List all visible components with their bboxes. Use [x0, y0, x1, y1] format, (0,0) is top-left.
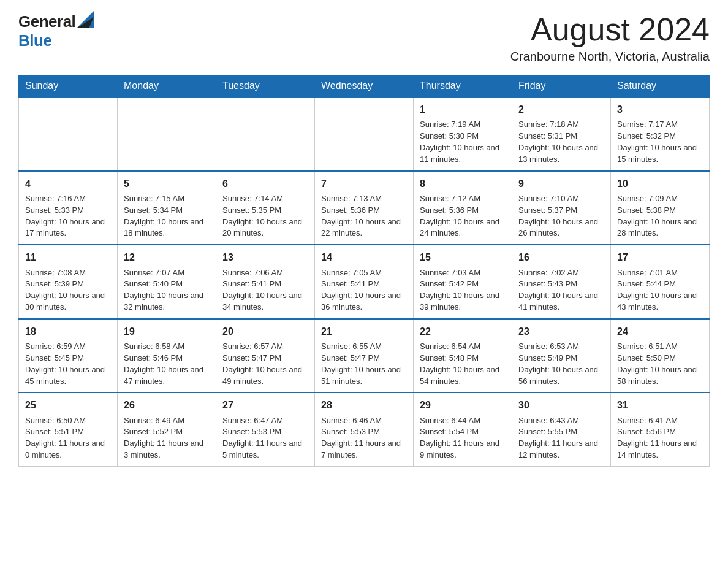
calendar-cell: 24Sunrise: 6:51 AMSunset: 5:50 PMDayligh…	[611, 319, 710, 393]
calendar-cell: 16Sunrise: 7:02 AMSunset: 5:43 PMDayligh…	[512, 245, 611, 319]
calendar-cell: 1Sunrise: 7:19 AMSunset: 5:30 PMDaylight…	[414, 97, 512, 171]
day-number: 6	[222, 177, 308, 191]
calendar-cell: 31Sunrise: 6:41 AMSunset: 5:56 PMDayligh…	[611, 393, 710, 466]
calendar-cell: 21Sunrise: 6:55 AMSunset: 5:47 PMDayligh…	[315, 319, 414, 393]
calendar-cell: 19Sunrise: 6:58 AMSunset: 5:46 PMDayligh…	[118, 319, 216, 393]
day-info: Sunrise: 7:01 AMSunset: 5:44 PMDaylight:…	[617, 267, 703, 313]
day-number: 10	[617, 177, 703, 191]
day-number: 22	[420, 324, 506, 339]
day-number: 15	[420, 250, 506, 264]
day-info: Sunrise: 7:18 AMSunset: 5:31 PMDaylight:…	[518, 119, 604, 165]
week-row-5: 25Sunrise: 6:50 AMSunset: 5:51 PMDayligh…	[19, 393, 710, 466]
day-info: Sunrise: 6:59 AMSunset: 5:45 PMDaylight:…	[25, 341, 111, 387]
calendar-cell: 11Sunrise: 7:08 AMSunset: 5:39 PMDayligh…	[19, 245, 118, 319]
day-number: 4	[25, 177, 111, 191]
logo-blue: Blue	[18, 31, 51, 50]
week-row-4: 18Sunrise: 6:59 AMSunset: 5:45 PMDayligh…	[19, 319, 710, 393]
calendar-cell: 9Sunrise: 7:10 AMSunset: 5:37 PMDaylight…	[512, 171, 611, 245]
calendar-cell: 30Sunrise: 6:43 AMSunset: 5:55 PMDayligh…	[512, 393, 611, 466]
calendar-cell: 22Sunrise: 6:54 AMSunset: 5:48 PMDayligh…	[414, 319, 512, 393]
day-number: 3	[617, 102, 703, 117]
day-number: 1	[420, 102, 506, 117]
calendar-cell: 2Sunrise: 7:18 AMSunset: 5:31 PMDaylight…	[512, 97, 611, 171]
calendar-cell: 20Sunrise: 6:57 AMSunset: 5:47 PMDayligh…	[216, 319, 315, 393]
day-info: Sunrise: 7:02 AMSunset: 5:43 PMDaylight:…	[518, 267, 604, 313]
day-info: Sunrise: 6:55 AMSunset: 5:47 PMDaylight:…	[321, 341, 407, 387]
day-info: Sunrise: 6:54 AMSunset: 5:48 PMDaylight:…	[420, 341, 506, 387]
week-row-1: 1Sunrise: 7:19 AMSunset: 5:30 PMDaylight…	[19, 97, 710, 171]
day-number: 29	[420, 398, 506, 412]
calendar-cell: 14Sunrise: 7:05 AMSunset: 5:41 PMDayligh…	[315, 245, 414, 319]
month-title: August 2024	[510, 12, 710, 47]
calendar-cell: 7Sunrise: 7:13 AMSunset: 5:36 PMDaylight…	[315, 171, 414, 245]
day-number: 21	[321, 324, 407, 339]
title-area: August 2024 Cranbourne North, Victoria, …	[510, 12, 710, 64]
calendar-cell: 4Sunrise: 7:16 AMSunset: 5:33 PMDaylight…	[19, 171, 118, 245]
day-info: Sunrise: 7:13 AMSunset: 5:36 PMDaylight:…	[321, 193, 407, 239]
day-number: 7	[321, 177, 407, 191]
calendar-cell: 29Sunrise: 6:44 AMSunset: 5:54 PMDayligh…	[414, 393, 512, 466]
day-info: Sunrise: 7:15 AMSunset: 5:34 PMDaylight:…	[124, 193, 210, 239]
week-row-2: 4Sunrise: 7:16 AMSunset: 5:33 PMDaylight…	[19, 171, 710, 245]
day-info: Sunrise: 6:43 AMSunset: 5:55 PMDaylight:…	[518, 415, 604, 461]
calendar-cell: 15Sunrise: 7:03 AMSunset: 5:42 PMDayligh…	[414, 245, 512, 319]
day-info: Sunrise: 7:16 AMSunset: 5:33 PMDaylight:…	[25, 193, 111, 239]
calendar-cell	[19, 97, 118, 171]
day-number: 18	[25, 324, 111, 339]
day-number: 11	[25, 250, 111, 264]
calendar-table: SundayMondayTuesdayWednesdayThursdayFrid…	[18, 75, 710, 467]
logo-general: General	[18, 12, 75, 31]
day-info: Sunrise: 7:08 AMSunset: 5:39 PMDaylight:…	[25, 267, 111, 313]
day-info: Sunrise: 7:06 AMSunset: 5:41 PMDaylight:…	[222, 267, 308, 313]
header-row: SundayMondayTuesdayWednesdayThursdayFrid…	[19, 75, 710, 98]
day-info: Sunrise: 6:50 AMSunset: 5:51 PMDaylight:…	[25, 415, 111, 461]
calendar-cell	[216, 97, 315, 171]
day-number: 30	[518, 398, 604, 412]
calendar-cell: 28Sunrise: 6:46 AMSunset: 5:53 PMDayligh…	[315, 393, 414, 466]
day-number: 31	[617, 398, 703, 412]
header-cell-saturday: Saturday	[611, 75, 710, 98]
day-info: Sunrise: 6:58 AMSunset: 5:46 PMDaylight:…	[124, 341, 210, 387]
day-number: 19	[124, 324, 210, 339]
day-number: 27	[222, 398, 308, 412]
day-info: Sunrise: 7:17 AMSunset: 5:32 PMDaylight:…	[617, 119, 703, 165]
location-subtitle: Cranbourne North, Victoria, Australia	[510, 50, 710, 64]
header-cell-thursday: Thursday	[414, 75, 512, 98]
day-number: 17	[617, 250, 703, 264]
day-info: Sunrise: 7:19 AMSunset: 5:30 PMDaylight:…	[420, 119, 506, 165]
calendar-cell: 3Sunrise: 7:17 AMSunset: 5:32 PMDaylight…	[611, 97, 710, 171]
header-cell-wednesday: Wednesday	[315, 75, 414, 98]
day-number: 25	[25, 398, 111, 412]
day-number: 8	[420, 177, 506, 191]
day-info: Sunrise: 6:57 AMSunset: 5:47 PMDaylight:…	[222, 341, 308, 387]
day-number: 20	[222, 324, 308, 339]
day-info: Sunrise: 6:47 AMSunset: 5:53 PMDaylight:…	[222, 415, 308, 461]
calendar-cell: 10Sunrise: 7:09 AMSunset: 5:38 PMDayligh…	[611, 171, 710, 245]
day-info: Sunrise: 6:46 AMSunset: 5:53 PMDaylight:…	[321, 415, 407, 461]
header-cell-sunday: Sunday	[19, 75, 118, 98]
calendar-cell: 23Sunrise: 6:53 AMSunset: 5:49 PMDayligh…	[512, 319, 611, 393]
logo: General Blue	[18, 12, 94, 50]
calendar-cell	[315, 97, 414, 171]
calendar-cell: 25Sunrise: 6:50 AMSunset: 5:51 PMDayligh…	[19, 393, 118, 466]
day-number: 23	[518, 324, 604, 339]
day-number: 9	[518, 177, 604, 191]
calendar-cell: 17Sunrise: 7:01 AMSunset: 5:44 PMDayligh…	[611, 245, 710, 319]
header-cell-tuesday: Tuesday	[216, 75, 315, 98]
header-cell-monday: Monday	[118, 75, 216, 98]
day-info: Sunrise: 7:10 AMSunset: 5:37 PMDaylight:…	[518, 193, 604, 239]
day-info: Sunrise: 7:09 AMSunset: 5:38 PMDaylight:…	[617, 193, 703, 239]
header-cell-friday: Friday	[512, 75, 611, 98]
calendar-cell: 8Sunrise: 7:12 AMSunset: 5:36 PMDaylight…	[414, 171, 512, 245]
day-number: 16	[518, 250, 604, 264]
day-number: 28	[321, 398, 407, 412]
day-info: Sunrise: 7:14 AMSunset: 5:35 PMDaylight:…	[222, 193, 308, 239]
calendar-cell: 12Sunrise: 7:07 AMSunset: 5:40 PMDayligh…	[118, 245, 216, 319]
calendar-cell: 26Sunrise: 6:49 AMSunset: 5:52 PMDayligh…	[118, 393, 216, 466]
day-number: 13	[222, 250, 308, 264]
calendar-cell	[118, 97, 216, 171]
day-info: Sunrise: 6:41 AMSunset: 5:56 PMDaylight:…	[617, 415, 703, 461]
day-info: Sunrise: 6:44 AMSunset: 5:54 PMDaylight:…	[420, 415, 506, 461]
day-info: Sunrise: 7:05 AMSunset: 5:41 PMDaylight:…	[321, 267, 407, 313]
day-info: Sunrise: 6:53 AMSunset: 5:49 PMDaylight:…	[518, 341, 604, 387]
